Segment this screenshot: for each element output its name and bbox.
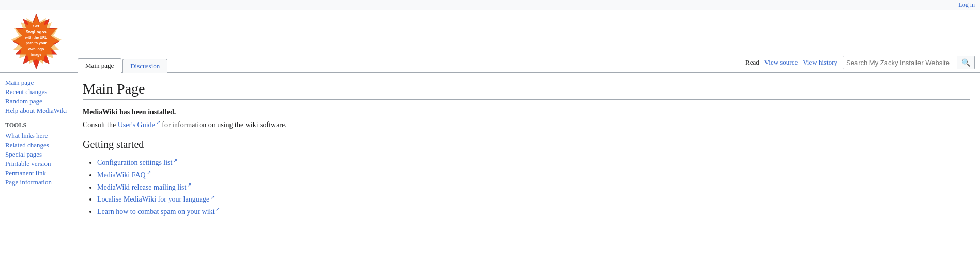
- list-item: MediaWiki release mailing list: [97, 182, 970, 192]
- consult-message: Consult the User's Guide for information…: [83, 119, 970, 129]
- sidebar-item-main-page[interactable]: Main page: [5, 78, 72, 87]
- svg-text:with the URL: with the URL: [25, 36, 48, 39]
- tab-main-page[interactable]: Main page: [78, 58, 121, 73]
- header: Set $wgLogos with the URL path to your o…: [0, 10, 980, 73]
- action-view-history[interactable]: View history: [803, 58, 837, 67]
- localise-link[interactable]: Localise MediaWiki for your language: [97, 195, 215, 203]
- list-item: Learn how to combat spam on your wiki: [97, 206, 970, 216]
- tools-section-title: Tools: [5, 121, 72, 129]
- mailing-list-link[interactable]: MediaWiki release mailing list: [97, 183, 191, 191]
- site-logo: Set $wgLogos with the URL path to your o…: [8, 13, 65, 70]
- list-item: Configuration settings list: [97, 158, 970, 167]
- header-right: Main page Discussion Read View source Vi…: [72, 10, 980, 72]
- logo-area: Set $wgLogos with the URL path to your o…: [0, 10, 72, 72]
- users-guide-link[interactable]: User's Guide: [118, 121, 160, 129]
- config-settings-link[interactable]: Configuration settings list: [97, 159, 177, 166]
- svg-text:path to your: path to your: [26, 41, 47, 45]
- sidebar-item-recent-changes[interactable]: Recent changes: [5, 87, 72, 97]
- getting-started-list: Configuration settings list MediaWiki FA…: [97, 158, 970, 216]
- main-content: Main Page MediaWiki has been installed. …: [72, 73, 980, 277]
- page-tabs: Main page Discussion: [78, 58, 167, 72]
- search-form: 🔍: [843, 56, 975, 69]
- svg-text:Set: Set: [33, 24, 40, 28]
- svg-text:own logo: own logo: [28, 47, 44, 51]
- login-link[interactable]: Log in: [958, 1, 975, 9]
- sidebar-item-related-changes[interactable]: Related changes: [5, 141, 72, 150]
- sidebar: Main page Recent changes Random page Hel…: [0, 73, 72, 277]
- search-button[interactable]: 🔍: [957, 56, 974, 69]
- tab-discussion[interactable]: Discussion: [122, 59, 167, 73]
- top-bar: Log in: [0, 0, 980, 10]
- mediawiki-faq-link[interactable]: MediaWiki FAQ: [97, 171, 151, 179]
- search-input[interactable]: [843, 58, 957, 68]
- view-actions: Read View source View history 🔍: [745, 56, 975, 72]
- combat-spam-link[interactable]: Learn how to combat spam on your wiki: [97, 208, 220, 216]
- getting-started-title: Getting started: [83, 138, 970, 152]
- page-title: Main Page: [83, 81, 970, 100]
- svg-text:image: image: [31, 53, 41, 57]
- action-read[interactable]: Read: [745, 58, 759, 67]
- sidebar-item-random-page[interactable]: Random page: [5, 97, 72, 106]
- layout: Main page Recent changes Random page Hel…: [0, 73, 980, 277]
- tabs-and-actions: Main page Discussion Read View source Vi…: [72, 56, 980, 72]
- list-item: MediaWiki FAQ: [97, 170, 970, 179]
- sidebar-item-what-links-here[interactable]: What links here: [5, 131, 72, 141]
- sidebar-item-permanent-link[interactable]: Permanent link: [5, 168, 72, 178]
- svg-marker-1: [11, 16, 62, 64]
- sidebar-item-help[interactable]: Help about MediaWiki: [5, 106, 72, 115]
- installed-message: MediaWiki has been installed.: [83, 108, 970, 116]
- list-item: Localise MediaWiki for your language: [97, 194, 970, 204]
- sidebar-item-page-information[interactable]: Page information: [5, 178, 72, 187]
- action-view-source[interactable]: View source: [764, 58, 798, 67]
- sidebar-item-special-pages[interactable]: Special pages: [5, 150, 72, 159]
- sidebar-item-printable-version[interactable]: Printable version: [5, 159, 72, 168]
- svg-text:$wgLogos: $wgLogos: [26, 29, 47, 34]
